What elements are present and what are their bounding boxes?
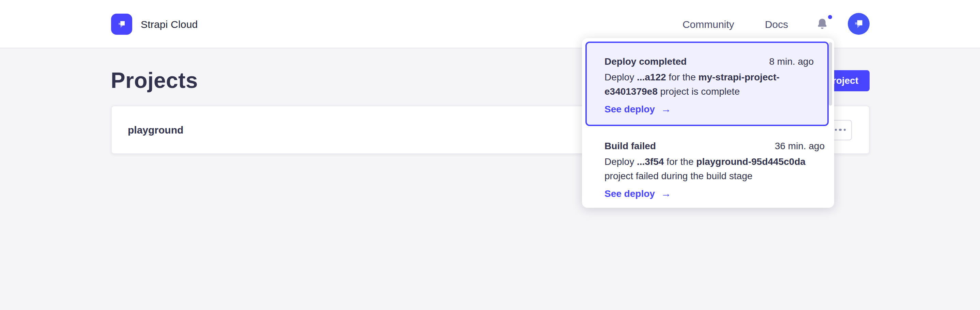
notification-body: Deploy ...a122 for the my-strapi-project… (605, 70, 814, 98)
panel-scrollbar-thumb[interactable] (829, 42, 832, 106)
nav-docs-link[interactable]: Docs (765, 18, 788, 30)
page-title: Projects (111, 66, 198, 95)
project-name: playground (128, 124, 183, 135)
strapi-cloud-app: Strapi Cloud Community Docs (0, 0, 980, 310)
user-avatar-button[interactable] (848, 13, 869, 35)
see-deploy-link[interactable]: See deploy→ (605, 188, 671, 199)
top-navigation: Community Docs (682, 13, 869, 35)
strapi-logo-icon (111, 13, 132, 34)
notification-body: Deploy ...3f54 for the playground-95d445… (605, 155, 825, 183)
bell-icon (815, 22, 828, 33)
notification-title: Deploy completed (605, 54, 687, 69)
notifications-bell-button[interactable] (815, 17, 828, 31)
brand-home-link[interactable]: Strapi Cloud (111, 13, 198, 34)
notification-item-build-failed[interactable]: Build failed 36 min. ago Deploy ...3f54 … (582, 126, 834, 208)
nav-community-link[interactable]: Community (682, 18, 734, 30)
notification-timestamp: 8 min. ago (769, 54, 814, 69)
arrow-right-icon: → (661, 189, 671, 198)
notifications-panel: Deploy completed 8 min. ago Deploy ...a1… (582, 38, 834, 208)
screenshot-viewport: Strapi Cloud Community Docs (0, 0, 980, 310)
ellipsis-icon (835, 129, 846, 131)
see-deploy-link[interactable]: See deploy→ (605, 103, 671, 114)
notification-item-deploy-completed[interactable]: Deploy completed 8 min. ago Deploy ...a1… (585, 41, 829, 126)
arrow-right-icon: → (661, 104, 671, 114)
notification-timestamp: 36 min. ago (775, 139, 825, 153)
brand-name: Strapi Cloud (141, 18, 198, 30)
strapi-avatar-icon (851, 17, 865, 31)
unread-indicator-dot (828, 15, 832, 19)
notification-title: Build failed (605, 139, 656, 153)
